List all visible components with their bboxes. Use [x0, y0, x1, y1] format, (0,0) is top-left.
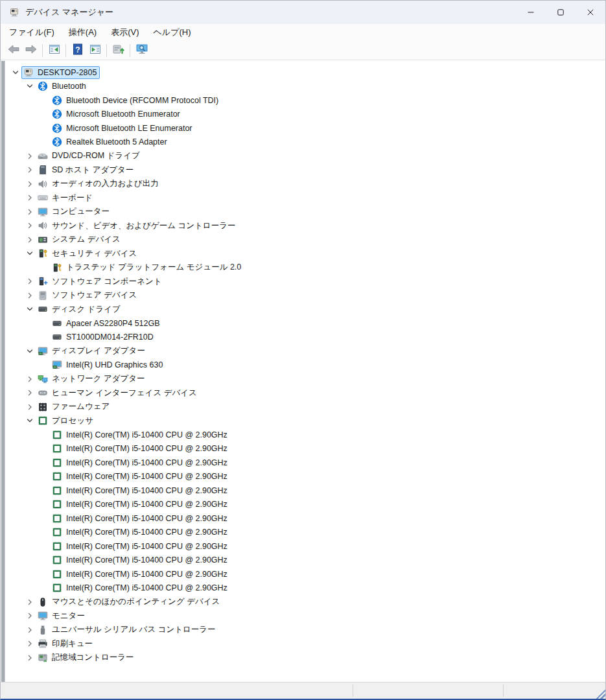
- chevron-right-icon[interactable]: [23, 402, 36, 412]
- tree-node[interactable]: ユニバーサル シリアル バス コントローラー: [36, 623, 219, 636]
- tree-node[interactable]: Microsoft Bluetooth Enumerator: [50, 108, 183, 121]
- tree-node[interactable]: サウンド、ビデオ、およびゲーム コントローラー: [36, 219, 239, 233]
- tree-row[interactable]: Intel(R) Core(TM) i5-10400 CPU @ 2.90GHz: [5, 526, 605, 540]
- tree-row[interactable]: Intel(R) Core(TM) i5-10400 CPU @ 2.90GHz: [5, 470, 605, 484]
- close-button[interactable]: [576, 1, 605, 24]
- tree-row[interactable]: Apacer AS2280P4 512GB: [5, 316, 605, 331]
- tree-node[interactable]: プロセッサ: [36, 414, 97, 428]
- resize-grip-icon[interactable]: [595, 688, 605, 699]
- tree-row[interactable]: Bluetooth Device (RFCOMM Protocol TDI): [5, 93, 605, 108]
- chevron-right-icon[interactable]: [23, 625, 36, 635]
- menu-view[interactable]: 表示(V): [104, 25, 146, 40]
- forward-button[interactable]: [22, 42, 40, 58]
- tree-node[interactable]: マウスとそのほかのポインティング デバイス: [36, 595, 223, 609]
- tree-node[interactable]: ソフトウェア デバイス: [36, 288, 140, 302]
- tree-row[interactable]: Realtek Bluetooth 5 Adapter: [5, 135, 605, 150]
- tree-row[interactable]: DESKTOP-2805: [5, 65, 605, 80]
- chevron-right-icon[interactable]: [23, 290, 36, 301]
- tree-node[interactable]: Intel(R) Core(TM) i5-10400 CPU @ 2.90GHz: [50, 470, 231, 483]
- tree-row[interactable]: Intel(R) Core(TM) i5-10400 CPU @ 2.90GHz: [5, 456, 605, 470]
- chevron-right-icon[interactable]: [23, 276, 36, 286]
- chevron-down-icon[interactable]: [23, 415, 36, 426]
- tree-row[interactable]: Intel(R) Core(TM) i5-10400 CPU @ 2.90GHz: [5, 539, 605, 554]
- tree-row[interactable]: モニター: [5, 609, 605, 624]
- tree-row[interactable]: Bluetooth: [5, 80, 605, 94]
- tree-row[interactable]: 印刷キュー: [5, 637, 605, 651]
- tree-row[interactable]: ソフトウェア コンポーネント: [5, 275, 605, 289]
- tree-row[interactable]: Intel(R) Core(TM) i5-10400 CPU @ 2.90GHz: [5, 484, 605, 498]
- tree-node[interactable]: SD ホスト アダプター: [36, 163, 137, 177]
- chevron-right-icon[interactable]: [23, 388, 36, 398]
- device-search-button[interactable]: [133, 42, 150, 58]
- tree-node[interactable]: Intel(R) Core(TM) i5-10400 CPU @ 2.90GHz: [50, 526, 231, 539]
- chevron-down-icon[interactable]: [23, 304, 36, 314]
- chevron-right-icon[interactable]: [23, 165, 36, 175]
- tree-node[interactable]: Apacer AS2280P4 512GB: [50, 317, 163, 330]
- menu-help[interactable]: ヘルプ(H): [146, 25, 198, 40]
- show-console-tree-button[interactable]: [45, 42, 63, 58]
- tree-node[interactable]: ディスプレイ アダプター: [36, 344, 148, 358]
- menu-action[interactable]: 操作(A): [62, 25, 104, 40]
- tree-node[interactable]: Intel(R) Core(TM) i5-10400 CPU @ 2.90GHz: [50, 484, 231, 497]
- minimize-button[interactable]: [516, 1, 546, 24]
- scan-hardware-changes-button[interactable]: [110, 42, 127, 58]
- tree-node[interactable]: コンピューター: [36, 205, 113, 218]
- chevron-right-icon[interactable]: [23, 374, 36, 384]
- tree-row[interactable]: DVD/CD-ROM ドライブ: [5, 149, 605, 163]
- chevron-right-icon[interactable]: [23, 638, 36, 649]
- chevron-right-icon[interactable]: [23, 207, 36, 217]
- chevron-right-icon[interactable]: [23, 235, 36, 245]
- chevron-right-icon[interactable]: [23, 151, 36, 161]
- tree-node[interactable]: ファームウェア: [36, 400, 113, 414]
- tree-row[interactable]: Intel(R) Core(TM) i5-10400 CPU @ 2.90GHz: [5, 554, 605, 568]
- tree-node[interactable]: Bluetooth Device (RFCOMM Protocol TDI): [50, 94, 222, 107]
- tree-node[interactable]: ディスク ドライブ: [36, 303, 124, 316]
- chevron-right-icon[interactable]: [23, 179, 36, 189]
- tree-row[interactable]: トラステッド プラットフォーム モジュール 2.0: [5, 261, 605, 275]
- tree-node[interactable]: ソフトウェア コンポーネント: [36, 275, 165, 288]
- tree-row[interactable]: コンピューター: [5, 205, 605, 219]
- tree-node[interactable]: キーボード: [36, 191, 96, 205]
- tree-node[interactable]: ネットワーク アダプター: [36, 372, 148, 386]
- tree-row[interactable]: セキュリティ デバイス: [5, 247, 605, 261]
- tree-node[interactable]: オーディオの入力および出力: [36, 177, 162, 191]
- tree-row[interactable]: Microsoft Bluetooth Enumerator: [5, 108, 605, 122]
- tree-node[interactable]: Intel(R) Core(TM) i5-10400 CPU @ 2.90GHz: [50, 442, 231, 455]
- tree-row[interactable]: 記憶域コントローラー: [5, 651, 605, 665]
- tree-node[interactable]: Intel(R) Core(TM) i5-10400 CPU @ 2.90GHz: [50, 428, 231, 441]
- tree-row[interactable]: Intel(R) Core(TM) i5-10400 CPU @ 2.90GHz: [5, 567, 605, 581]
- tree-node[interactable]: Intel(R) Core(TM) i5-10400 CPU @ 2.90GHz: [50, 512, 231, 525]
- chevron-down-icon[interactable]: [9, 67, 21, 78]
- tree-node[interactable]: ST1000DM014-2FR10D: [50, 331, 157, 344]
- maximize-button[interactable]: [546, 1, 576, 24]
- tree-row[interactable]: ディスプレイ アダプター: [5, 344, 605, 358]
- tree-row[interactable]: プロセッサ: [5, 414, 605, 428]
- tree-row[interactable]: SD ホスト アダプター: [5, 163, 605, 178]
- chevron-right-icon[interactable]: [23, 192, 36, 203]
- tree-row[interactable]: Intel(R) UHD Graphics 630: [5, 358, 605, 373]
- tree-row[interactable]: ソフトウェア デバイス: [5, 288, 605, 303]
- tree-node[interactable]: Intel(R) Core(TM) i5-10400 CPU @ 2.90GHz: [50, 581, 231, 594]
- tree-row[interactable]: Intel(R) Core(TM) i5-10400 CPU @ 2.90GHz: [5, 428, 605, 442]
- tree-node[interactable]: DVD/CD-ROM ドライブ: [36, 149, 143, 163]
- tree-row[interactable]: ファームウェア: [5, 400, 605, 414]
- tree-node[interactable]: DESKTOP-2805: [21, 66, 100, 79]
- tree-node[interactable]: Bluetooth: [36, 80, 89, 93]
- tree-node[interactable]: 印刷キュー: [36, 637, 96, 651]
- tree-row[interactable]: ネットワーク アダプター: [5, 372, 605, 386]
- chevron-right-icon[interactable]: [23, 220, 36, 231]
- tree-node[interactable]: Intel(R) UHD Graphics 630: [50, 358, 166, 371]
- tree-row[interactable]: ユニバーサル シリアル バス コントローラー: [5, 623, 605, 637]
- tree-node[interactable]: セキュリティ デバイス: [36, 247, 140, 261]
- chevron-right-icon[interactable]: [23, 611, 36, 621]
- tree-node[interactable]: Realtek Bluetooth 5 Adapter: [50, 135, 170, 148]
- chevron-down-icon[interactable]: [23, 248, 36, 259]
- help-button[interactable]: ?: [69, 42, 86, 58]
- back-button[interactable]: [5, 42, 22, 58]
- tree-node[interactable]: Microsoft Bluetooth LE Enumerator: [50, 122, 196, 135]
- menu-file[interactable]: ファイル(F): [2, 25, 62, 40]
- tree-row[interactable]: システム デバイス: [5, 233, 605, 247]
- chevron-right-icon[interactable]: [23, 653, 36, 663]
- tree-row[interactable]: キーボード: [5, 191, 605, 205]
- chevron-down-icon[interactable]: [23, 81, 36, 91]
